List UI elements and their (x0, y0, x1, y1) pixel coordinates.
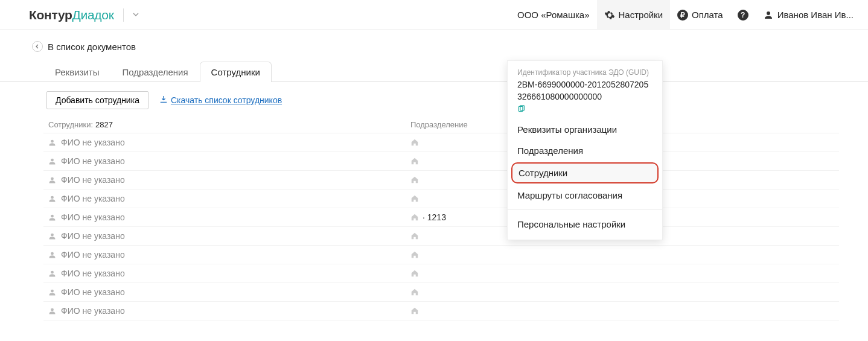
logo-part1: Контур (29, 8, 72, 22)
employee-name: ФИО не указано (61, 250, 125, 260)
person-icon (48, 139, 56, 147)
main-panel: Добавить сотрудника Скачать список сотру… (43, 82, 839, 320)
table-header: Сотрудники: 2827 Подразделение (43, 116, 839, 133)
table-row[interactable]: ФИО не указано (43, 190, 839, 208)
back-link[interactable]: В список документов (0, 30, 868, 62)
user-icon (763, 10, 774, 21)
table-row[interactable]: ФИО не указано (43, 264, 839, 283)
download-label: Скачать список сотрудников (171, 95, 282, 105)
building-icon (410, 138, 419, 147)
dropdown-routes[interactable]: Маршруты согласования (508, 185, 662, 206)
building-icon (410, 232, 419, 240)
gear-icon (604, 10, 615, 21)
building-icon (410, 176, 419, 184)
guid-text: 2BM-6699000000-2012052807205326661080000… (517, 79, 653, 103)
copy-icon[interactable] (517, 105, 525, 113)
employee-name: ФИО не указано (61, 269, 125, 278)
guid-label: Идентификатор участника ЭДО (GUID) (517, 68, 653, 77)
table-row[interactable]: ФИО не указано (43, 171, 839, 190)
company-label: ООО «Ромашка» (517, 10, 589, 20)
tab-employees[interactable]: Сотрудники (200, 62, 272, 82)
settings-label: Настройки (619, 10, 663, 20)
payment-label: Оплата (692, 10, 723, 20)
employee-name: ФИО не указано (61, 175, 125, 185)
tab-requisites[interactable]: Реквизиты (43, 62, 111, 82)
download-list-link[interactable]: Скачать список сотрудников (159, 95, 282, 106)
logo[interactable]: Контур Диадок (29, 8, 114, 22)
employee-name: ФИО не указано (61, 212, 125, 222)
table-row[interactable]: ФИО не указано· 1213 (43, 208, 839, 227)
actions-row: Добавить сотрудника Скачать список сотру… (43, 82, 839, 116)
dropdown-personal[interactable]: Персональные настройки (508, 214, 662, 235)
topbar-user[interactable]: Иванов Иван Ив... (756, 0, 861, 30)
employee-name: ФИО не указано (61, 138, 125, 147)
employee-name: ФИО не указано (61, 156, 125, 166)
payment-icon: ₽ (677, 10, 688, 21)
topbar-company[interactable]: ООО «Ромашка» (510, 0, 596, 30)
table-row[interactable]: ФИО не указано (43, 152, 839, 171)
person-icon (48, 251, 56, 259)
table-row[interactable]: ФИО не указано (43, 283, 839, 302)
logo-part2: Диадок (72, 8, 114, 22)
employees-count: 2827 (95, 120, 113, 129)
chevron-down-icon[interactable] (133, 11, 139, 19)
employee-name: ФИО не указано (61, 306, 125, 316)
person-icon (48, 158, 56, 165)
topbar-help[interactable]: ? (730, 0, 756, 30)
col-employees: Сотрудники: 2827 (48, 120, 410, 129)
guid-value: 2BM-6699000000-2012052807205326661080000… (517, 79, 653, 113)
building-icon (410, 307, 419, 315)
topbar: Контур Диадок ООО «Ромашка» Настройки ₽ … (0, 0, 868, 30)
building-icon (410, 269, 419, 278)
dropdown-requisites[interactable]: Реквизиты организации (508, 119, 662, 140)
employee-rows: ФИО не указаноФИО не указаноФИО не указа… (43, 133, 839, 320)
person-icon (48, 214, 56, 221)
dropdown-departments[interactable]: Подразделения (508, 140, 662, 161)
help-icon: ? (738, 10, 748, 21)
user-label: Иванов Иван Ив... (777, 10, 854, 20)
table-row[interactable]: ФИО не указано (43, 227, 839, 246)
table-row[interactable]: ФИО не указано (43, 246, 839, 264)
tabs: Реквизиты Подразделения Сотрудники (0, 62, 868, 82)
person-icon (48, 232, 56, 240)
download-icon (159, 95, 168, 106)
person-icon (48, 270, 56, 278)
back-label: В список документов (48, 42, 136, 52)
tab-departments[interactable]: Подразделения (111, 62, 200, 82)
topbar-payment[interactable]: ₽ Оплата (670, 0, 730, 30)
person-icon (48, 288, 56, 296)
table-row[interactable]: ФИО не указано (43, 133, 839, 152)
settings-dropdown: Идентификатор участника ЭДО (GUID) 2BM-6… (507, 60, 663, 240)
employee-name: ФИО не указано (61, 287, 125, 297)
person-icon (48, 195, 56, 203)
employee-name: ФИО не указано (61, 194, 125, 203)
person-icon (48, 176, 56, 184)
dropdown-divider (508, 209, 662, 210)
building-icon (410, 157, 419, 165)
chevron-left-icon (32, 41, 43, 52)
person-icon (48, 307, 56, 315)
building-icon (410, 250, 419, 259)
dropdown-header: Идентификатор участника ЭДО (GUID) 2BM-6… (508, 61, 662, 119)
logo-divider (123, 8, 124, 22)
dropdown-employees[interactable]: Сотрудники (511, 162, 659, 183)
building-icon (410, 194, 419, 203)
employees-label: Сотрудники: (48, 120, 93, 129)
dept-value: · 1213 (423, 212, 446, 222)
table-row[interactable]: ФИО не указано (43, 302, 839, 320)
add-employee-button[interactable]: Добавить сотрудника (46, 91, 148, 109)
employee-name: ФИО не указано (61, 231, 125, 241)
topbar-settings[interactable]: Настройки (597, 0, 671, 30)
building-icon (410, 288, 419, 296)
building-icon (410, 213, 419, 221)
